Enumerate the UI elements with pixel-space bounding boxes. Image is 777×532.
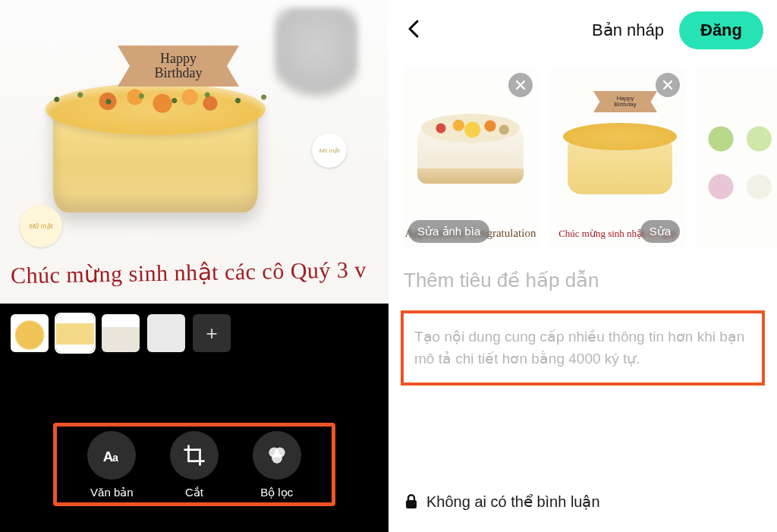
gallery-image-2 [563, 102, 677, 202]
publish-button[interactable]: Đăng [679, 11, 763, 49]
crop-tool[interactable]: Cắt [170, 431, 219, 499]
comment-permission-row[interactable]: Không ai có thể bình luận [388, 480, 777, 524]
filter-tool-label: Bộ lọc [260, 486, 293, 499]
gallery-item-2[interactable]: HappyBirthday Chúc mừng sinh nhật cô Quý… [549, 67, 686, 249]
gallery-image-2-sign: HappyBirthday [593, 91, 657, 112]
gallery-item-3[interactable] [697, 67, 777, 249]
back-button[interactable] [402, 15, 426, 46]
text-tool[interactable]: A a Văn bản [87, 431, 136, 499]
remove-image-2-button[interactable] [656, 73, 680, 97]
image-editor-panel: HappyBirthday Mũ mật Mũ mật Chúc mừng si… [0, 0, 388, 532]
svg-rect-5 [406, 500, 417, 508]
lock-icon [404, 493, 419, 510]
thumbnail-4[interactable] [147, 314, 185, 352]
chevron-left-icon [407, 18, 422, 39]
svg-point-4 [272, 453, 282, 464]
crop-tool-label: Cắt [185, 486, 203, 499]
comment-permission-label: Không ai có thể bình luận [426, 493, 600, 511]
crop-icon [183, 444, 206, 467]
add-image-button[interactable]: + [193, 314, 231, 352]
close-icon [515, 80, 526, 90]
selected-images-gallery[interactable]: Appointment Congratulation Sửa ảnh bìa H… [388, 61, 777, 255]
brand-logo: Mũ mật [312, 133, 347, 168]
draft-button[interactable]: Bản nháp [592, 20, 664, 40]
text-icon: A a [100, 444, 123, 467]
gallery-image-3 [700, 105, 777, 219]
box-brand-logo: Mũ mật [20, 205, 62, 247]
cake-sign: HappyBirthday [118, 46, 239, 87]
close-icon [662, 80, 673, 90]
edit-tools-highlight: A a Văn bản Cắt [53, 423, 335, 506]
thumbnail-1[interactable] [11, 314, 49, 352]
description-input[interactable]: Tạo nội dung cung cấp nhiều thông tin hơ… [401, 310, 765, 386]
thumbnail-2[interactable] [56, 314, 94, 352]
title-input[interactable]: Thêm tiêu đề hấp dẫn [388, 255, 777, 297]
svg-text:a: a [113, 452, 119, 464]
cake-illustration: HappyBirthday [46, 46, 266, 220]
filter-tool[interactable]: Bộ lọc [253, 431, 301, 499]
thumbnail-row: + [11, 314, 378, 352]
filter-icon [266, 444, 288, 467]
editor-strip: + A a Văn bản Cắt [0, 304, 388, 532]
edit-image-badge[interactable]: Sửa [640, 220, 680, 243]
edit-cover-badge[interactable]: Sửa ảnh bìa [408, 220, 489, 243]
image-preview[interactable]: HappyBirthday Mũ mật Mũ mật Chúc mừng si… [0, 0, 388, 304]
composer-topbar: Bản nháp Đăng [388, 0, 777, 61]
remove-image-1-button[interactable] [508, 73, 533, 97]
gallery-item-1[interactable]: Appointment Congratulation Sửa ảnh bìa [402, 67, 539, 249]
text-tool-label: Văn bản [90, 486, 134, 499]
thumbnail-3[interactable] [102, 314, 140, 352]
background-figure [275, 8, 358, 106]
post-composer-panel: Bản nháp Đăng Appointment Congratulation… [388, 0, 777, 532]
